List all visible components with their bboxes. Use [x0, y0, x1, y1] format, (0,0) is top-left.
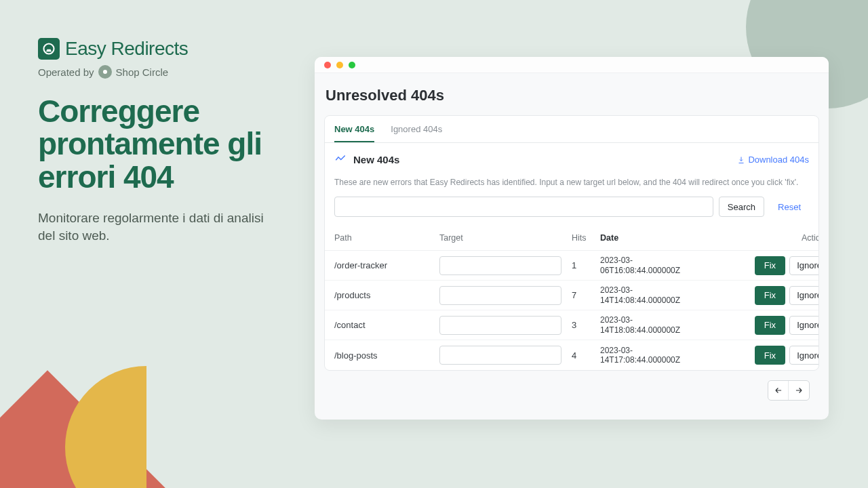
main-card: New 404s Ignored 404s New 404s Download … — [324, 115, 819, 371]
reset-button[interactable]: Reset — [770, 197, 809, 217]
table-row: /products 7 2023-03-14T14:08:44.000000Z … — [325, 281, 818, 310]
cell-date: 2023-03-14T17:08:44.000000Z — [600, 346, 722, 365]
ignore-button[interactable]: Ignore — [789, 346, 819, 365]
ignore-button[interactable]: Ignore — [789, 256, 819, 275]
col-hits: Hits — [572, 233, 600, 243]
fix-button[interactable]: Fix — [755, 256, 785, 275]
table-row: /contact 3 2023-03-14T18:08:44.000000Z F… — [325, 310, 818, 340]
target-input[interactable] — [439, 316, 561, 335]
svg-point-0 — [44, 44, 54, 54]
app-logo-text: Easy Redirects — [65, 38, 188, 60]
tab-ignored-404s[interactable]: Ignored 404s — [391, 116, 442, 142]
app-logo-icon — [38, 38, 60, 60]
target-input[interactable] — [439, 256, 561, 275]
tab-new-404s[interactable]: New 404s — [334, 116, 374, 142]
next-page-button[interactable] — [789, 381, 809, 400]
ignore-button[interactable]: Ignore — [789, 316, 819, 335]
cell-date: 2023-03-06T16:08:44.000000Z — [600, 256, 722, 275]
cell-path: /blog-posts — [334, 350, 439, 361]
section-description: These are new errors that Easy Redirects… — [325, 171, 818, 197]
fix-button[interactable]: Fix — [755, 316, 785, 335]
marketing-subtext: Monitorare regolarmente i dati di analis… — [38, 209, 269, 244]
table-row: /blog-posts 4 2023-03-14T17:08:44.000000… — [325, 340, 818, 370]
search-input[interactable] — [334, 197, 713, 217]
window-minimize-icon[interactable] — [336, 62, 343, 68]
cell-hits: 3 — [572, 320, 600, 330]
cell-hits: 7 — [572, 290, 600, 300]
download-404s-link[interactable]: Download 404s — [737, 155, 809, 165]
errors-table: Path Target Hits Date Actions /order-tra… — [325, 225, 818, 370]
section-title: New 404s — [353, 154, 399, 165]
search-button[interactable]: Search — [719, 197, 764, 217]
table-row: /order-tracker 1 2023-03-06T16:08:44.000… — [325, 251, 818, 281]
fix-button[interactable]: Fix — [755, 346, 785, 365]
pagination — [324, 371, 819, 410]
fix-button[interactable]: Fix — [755, 286, 785, 305]
prev-page-button[interactable] — [768, 381, 789, 400]
cell-path: /contact — [334, 320, 439, 330]
window-titlebar — [315, 57, 829, 73]
target-input[interactable] — [439, 346, 561, 365]
cell-path: /products — [334, 290, 439, 300]
cell-path: /order-tracker — [334, 260, 439, 270]
tabs: New 404s Ignored 404s — [325, 116, 818, 143]
operated-by-name: Shop Circle — [116, 66, 169, 78]
col-target: Target — [439, 233, 572, 243]
download-label: Download 404s — [748, 155, 809, 165]
cell-hits: 4 — [572, 350, 600, 361]
page-title: Unresolved 404s — [326, 87, 819, 104]
app-window: Unresolved 404s New 404s Ignored 404s Ne… — [315, 57, 829, 420]
cell-hits: 1 — [572, 260, 600, 270]
window-close-icon[interactable] — [324, 62, 331, 68]
cell-date: 2023-03-14T18:08:44.000000Z — [600, 315, 722, 335]
col-path: Path — [334, 233, 439, 243]
cell-date: 2023-03-14T14:08:44.000000Z — [600, 285, 722, 305]
marketing-headline: Correggere prontamente gli errori 404 — [38, 95, 269, 193]
target-input[interactable] — [439, 286, 561, 305]
window-zoom-icon[interactable] — [349, 62, 355, 68]
svg-point-1 — [103, 70, 107, 74]
chart-line-icon — [334, 152, 347, 167]
col-date[interactable]: Date — [600, 233, 722, 243]
col-actions: Actions — [722, 233, 819, 243]
shop-circle-icon — [98, 65, 112, 79]
marketing-panel: Easy Redirects Operated by Shop Circle C… — [38, 38, 269, 244]
ignore-button[interactable]: Ignore — [789, 286, 819, 305]
operated-prefix: Operated by — [38, 66, 94, 78]
